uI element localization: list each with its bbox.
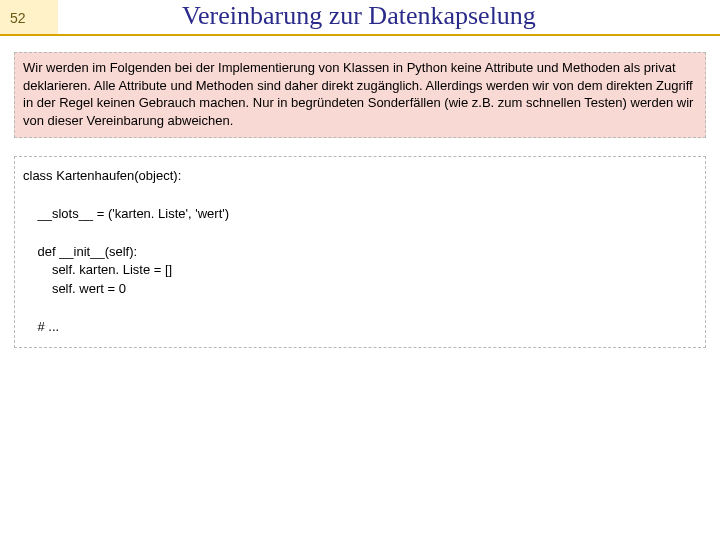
page-number: 52 — [0, 0, 58, 34]
code-text: class Kartenhaufen(object): __slots__ = … — [23, 168, 229, 334]
callout-text: Wir werden im Folgenden bei der Implemen… — [23, 60, 693, 128]
header: 52 Vereinbarung zur Datenkapselung — [0, 0, 720, 36]
code-box: class Kartenhaufen(object): __slots__ = … — [14, 156, 706, 348]
page-title: Vereinbarung zur Datenkapselung — [58, 1, 720, 34]
callout-box: Wir werden im Folgenden bei der Implemen… — [14, 52, 706, 138]
